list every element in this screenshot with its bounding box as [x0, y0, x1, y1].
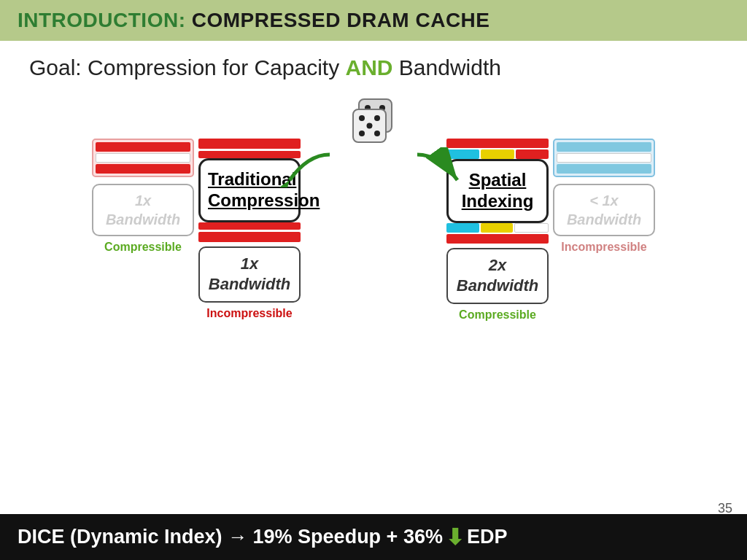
- rc1-bars-color-row-bot: [446, 223, 549, 233]
- rc1-bar-cyan-b: [446, 223, 479, 233]
- bottom-bar: DICE (Dynamic Index) → 19% Speedup + 36%…: [0, 514, 747, 560]
- rc1-bar-red-bot: [446, 234, 549, 244]
- right-side: Spatial Indexing 2xBandwidth Compressibl…: [446, 139, 655, 322]
- bottom-text-after: EDP: [467, 526, 508, 548]
- right-col2-bw-label: < 1xBandwidth: [559, 191, 649, 229]
- header-prefix: INTRODUCTION:: [18, 9, 185, 31]
- goal-and: AND: [346, 55, 393, 79]
- header-title: INTRODUCTION: COMPRESSED DRAM CACHE: [18, 9, 490, 32]
- left-col2-bar-bot: [198, 222, 301, 230]
- goal-line: Goal: Compression for Capacity AND Bandw…: [22, 55, 725, 80]
- header: INTRODUCTION: COMPRESSED DRAM CACHE: [0, 0, 747, 41]
- left-col1-bars: [96, 142, 190, 174]
- header-suffix: COMPRESSED DRAM CACHE: [185, 9, 489, 31]
- diagram: 1xBandwidth Compressible TraditionalComp…: [22, 88, 725, 322]
- svg-point-7: [359, 115, 365, 121]
- svg-point-11: [367, 123, 373, 129]
- main-content: Goal: Compression for Capacity AND Bandw…: [0, 41, 747, 322]
- goal-before: Goal: Compression for Capacity: [29, 55, 346, 79]
- svg-point-8: [374, 115, 380, 121]
- right-col2: < 1xBandwidth Incompressible: [553, 139, 655, 322]
- left-col1-bw-box: 1xBandwidth: [92, 184, 194, 236]
- right-col1-category: Compressible: [459, 308, 536, 322]
- right-col1-bw-box: 2xBandwidth: [446, 248, 549, 304]
- svg-point-9: [359, 131, 365, 136]
- right-col2-bw-box: < 1xBandwidth: [553, 184, 655, 236]
- left-col1-bw-label: 1xBandwidth: [98, 191, 188, 229]
- rc1-bar-red2: [516, 149, 549, 159]
- bar-red2: [96, 164, 190, 174]
- rc2-bar-blue2: [557, 164, 651, 174]
- dice-graphic: [337, 93, 410, 155]
- right-col2-category: Incompressible: [561, 241, 646, 254]
- right-col1-label: Spatial Indexing: [456, 170, 539, 212]
- bar-white: [96, 153, 190, 163]
- right-col2-top-bars: [553, 139, 655, 177]
- rc1-bar-yellow: [481, 149, 514, 159]
- arrow-down-icon: ⬇: [446, 524, 464, 550]
- left-arrow-icon: [279, 147, 337, 187]
- rc1-bar-white: [514, 223, 549, 233]
- left-col2-category: Incompressible: [206, 307, 292, 320]
- dice-arrows-center: [301, 88, 446, 187]
- goal-after: Bandwidth: [393, 55, 501, 79]
- left-col2-bar-bot2: [198, 232, 301, 242]
- bottom-text-before: DICE (Dynamic Index) → 19% Speedup + 36%: [18, 526, 443, 548]
- rc2-bar-blue: [557, 142, 651, 152]
- right-arrow-icon: [410, 147, 468, 187]
- left-col1-category: Compressible: [104, 241, 182, 254]
- left-col1: 1xBandwidth Compressible: [92, 139, 194, 320]
- bar-red: [96, 142, 190, 152]
- arrows-row: [279, 147, 468, 187]
- rc2-bar-white: [557, 153, 651, 163]
- svg-point-10: [374, 131, 380, 136]
- left-col2-bw-box: 1xBandwidth: [198, 246, 301, 303]
- rc1-bar-yellow-b: [481, 223, 514, 233]
- left-col2-bw-label: 1xBandwidth: [204, 254, 295, 295]
- right-col1-bw-label: 2xBandwidth: [452, 255, 543, 297]
- right-col2-bars: [557, 142, 651, 174]
- left-col1-top-bars: [92, 139, 194, 177]
- dice-svg: [337, 93, 410, 152]
- left-side: 1xBandwidth Compressible TraditionalComp…: [92, 139, 301, 320]
